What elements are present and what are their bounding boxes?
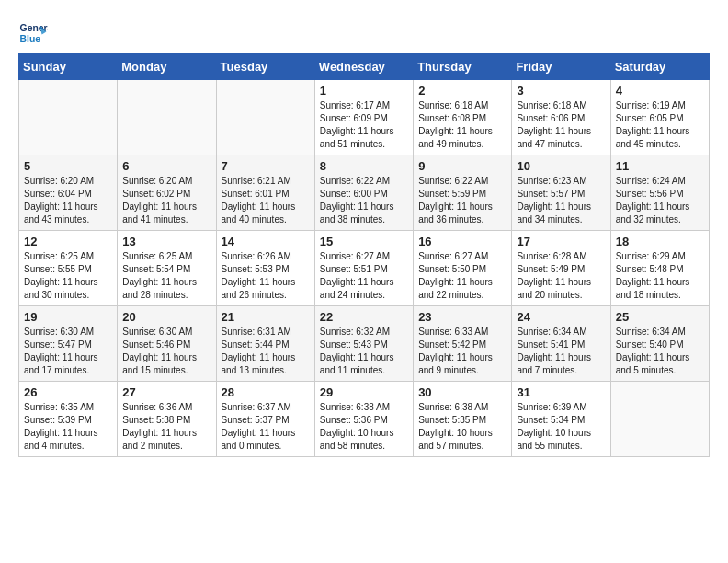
day-info: Sunrise: 6:18 AM Sunset: 6:06 PM Dayligh…	[517, 99, 605, 151]
calendar-week-row: 26Sunrise: 6:35 AM Sunset: 5:39 PM Dayli…	[19, 382, 710, 457]
day-info: Sunrise: 6:34 AM Sunset: 5:40 PM Dayligh…	[616, 326, 704, 377]
calendar-cell: 13Sunrise: 6:25 AM Sunset: 5:54 PM Dayli…	[118, 231, 216, 306]
calendar-cell	[610, 382, 709, 457]
weekday-header-cell: Friday	[512, 54, 610, 80]
day-number: 9	[418, 159, 506, 173]
day-info: Sunrise: 6:19 AM Sunset: 6:05 PM Dayligh…	[616, 99, 704, 151]
calendar-cell: 3Sunrise: 6:18 AM Sunset: 6:06 PM Daylig…	[512, 80, 610, 155]
weekday-header-cell: Wednesday	[314, 54, 413, 80]
calendar-cell: 17Sunrise: 6:28 AM Sunset: 5:49 PM Dayli…	[512, 231, 610, 306]
day-number: 28	[222, 385, 310, 399]
calendar-week-row: 5Sunrise: 6:20 AM Sunset: 6:04 PM Daylig…	[19, 155, 710, 231]
calendar-cell: 2Sunrise: 6:18 AM Sunset: 6:08 PM Daylig…	[414, 80, 512, 155]
day-number: 4	[616, 84, 704, 98]
calendar-week-row: 1Sunrise: 6:17 AM Sunset: 6:09 PM Daylig…	[19, 80, 710, 155]
day-number: 20	[122, 310, 210, 324]
page-container: General Blue SundayMondayTuesdayWednesda…	[0, 0, 728, 466]
calendar-cell	[19, 80, 118, 155]
day-info: Sunrise: 6:28 AM Sunset: 5:49 PM Dayligh…	[517, 250, 605, 302]
day-info: Sunrise: 6:27 AM Sunset: 5:51 PM Dayligh…	[320, 250, 408, 302]
day-info: Sunrise: 6:25 AM Sunset: 5:55 PM Dayligh…	[24, 250, 112, 302]
calendar-table: SundayMondayTuesdayWednesdayThursdayFrid…	[18, 53, 710, 457]
calendar-cell: 21Sunrise: 6:31 AM Sunset: 5:44 PM Dayli…	[216, 306, 314, 382]
calendar-cell: 14Sunrise: 6:26 AM Sunset: 5:53 PM Dayli…	[216, 231, 314, 306]
day-info: Sunrise: 6:26 AM Sunset: 5:53 PM Dayligh…	[222, 250, 310, 302]
day-number: 30	[418, 385, 506, 399]
day-info: Sunrise: 6:18 AM Sunset: 6:08 PM Dayligh…	[418, 99, 506, 151]
day-number: 16	[418, 235, 506, 248]
calendar-cell: 22Sunrise: 6:32 AM Sunset: 5:43 PM Dayli…	[314, 306, 413, 382]
weekday-header-cell: Sunday	[19, 54, 118, 80]
calendar-cell: 15Sunrise: 6:27 AM Sunset: 5:51 PM Dayli…	[314, 231, 413, 306]
calendar-cell: 4Sunrise: 6:19 AM Sunset: 6:05 PM Daylig…	[610, 80, 709, 155]
day-number: 8	[320, 159, 408, 173]
day-number: 21	[222, 310, 310, 324]
calendar-cell: 25Sunrise: 6:34 AM Sunset: 5:40 PM Dayli…	[610, 306, 709, 382]
day-number: 19	[24, 310, 112, 324]
day-info: Sunrise: 6:34 AM Sunset: 5:41 PM Dayligh…	[517, 326, 605, 377]
weekday-header-cell: Saturday	[610, 54, 709, 80]
logo-icon: General Blue	[18, 18, 48, 48]
calendar-cell: 20Sunrise: 6:30 AM Sunset: 5:46 PM Dayli…	[118, 306, 216, 382]
day-number: 15	[320, 235, 408, 248]
calendar-cell: 1Sunrise: 6:17 AM Sunset: 6:09 PM Daylig…	[314, 80, 413, 155]
weekday-header-row: SundayMondayTuesdayWednesdayThursdayFrid…	[19, 54, 710, 80]
logo: General Blue	[18, 18, 51, 48]
day-number: 29	[320, 385, 408, 399]
calendar-cell: 29Sunrise: 6:38 AM Sunset: 5:36 PM Dayli…	[314, 382, 413, 457]
day-number: 7	[222, 159, 310, 173]
calendar-cell: 26Sunrise: 6:35 AM Sunset: 5:39 PM Dayli…	[19, 382, 118, 457]
day-info: Sunrise: 6:21 AM Sunset: 6:01 PM Dayligh…	[222, 175, 310, 226]
day-number: 24	[517, 310, 605, 324]
day-info: Sunrise: 6:33 AM Sunset: 5:42 PM Dayligh…	[418, 326, 506, 377]
calendar-cell: 30Sunrise: 6:38 AM Sunset: 5:35 PM Dayli…	[414, 382, 512, 457]
day-info: Sunrise: 6:20 AM Sunset: 6:04 PM Dayligh…	[24, 175, 112, 226]
svg-text:Blue: Blue	[20, 34, 41, 44]
day-info: Sunrise: 6:22 AM Sunset: 6:00 PM Dayligh…	[320, 175, 408, 226]
day-number: 6	[122, 159, 210, 173]
calendar-cell	[118, 80, 216, 155]
calendar-cell: 9Sunrise: 6:22 AM Sunset: 5:59 PM Daylig…	[414, 155, 512, 231]
day-number: 25	[616, 310, 704, 324]
day-info: Sunrise: 6:29 AM Sunset: 5:48 PM Dayligh…	[616, 250, 704, 302]
day-number: 2	[418, 84, 506, 98]
day-number: 12	[24, 235, 112, 248]
day-number: 1	[320, 84, 408, 98]
day-info: Sunrise: 6:30 AM Sunset: 5:46 PM Dayligh…	[122, 326, 210, 377]
calendar-cell: 24Sunrise: 6:34 AM Sunset: 5:41 PM Dayli…	[512, 306, 610, 382]
day-info: Sunrise: 6:38 AM Sunset: 5:35 PM Dayligh…	[418, 401, 506, 453]
day-number: 18	[616, 235, 704, 248]
day-number: 22	[320, 310, 408, 324]
day-info: Sunrise: 6:32 AM Sunset: 5:43 PM Dayligh…	[320, 326, 408, 377]
day-info: Sunrise: 6:25 AM Sunset: 5:54 PM Dayligh…	[122, 250, 210, 302]
day-number: 17	[517, 235, 605, 248]
calendar-cell: 18Sunrise: 6:29 AM Sunset: 5:48 PM Dayli…	[610, 231, 709, 306]
day-number: 11	[616, 159, 704, 173]
weekday-header-cell: Tuesday	[216, 54, 314, 80]
day-info: Sunrise: 6:17 AM Sunset: 6:09 PM Dayligh…	[320, 99, 408, 151]
calendar-cell: 28Sunrise: 6:37 AM Sunset: 5:37 PM Dayli…	[216, 382, 314, 457]
day-info: Sunrise: 6:39 AM Sunset: 5:34 PM Dayligh…	[517, 401, 605, 453]
day-info: Sunrise: 6:23 AM Sunset: 5:57 PM Dayligh…	[517, 175, 605, 226]
calendar-cell	[216, 80, 314, 155]
day-info: Sunrise: 6:20 AM Sunset: 6:02 PM Dayligh…	[122, 175, 210, 226]
day-info: Sunrise: 6:22 AM Sunset: 5:59 PM Dayligh…	[418, 175, 506, 226]
calendar-cell: 5Sunrise: 6:20 AM Sunset: 6:04 PM Daylig…	[19, 155, 118, 231]
calendar-cell: 10Sunrise: 6:23 AM Sunset: 5:57 PM Dayli…	[512, 155, 610, 231]
header: General Blue	[18, 18, 710, 48]
day-number: 5	[24, 159, 112, 173]
day-number: 3	[517, 84, 605, 98]
calendar-cell: 23Sunrise: 6:33 AM Sunset: 5:42 PM Dayli…	[414, 306, 512, 382]
calendar-cell: 6Sunrise: 6:20 AM Sunset: 6:02 PM Daylig…	[118, 155, 216, 231]
day-number: 23	[418, 310, 506, 324]
calendar-cell: 19Sunrise: 6:30 AM Sunset: 5:47 PM Dayli…	[19, 306, 118, 382]
day-number: 26	[24, 385, 112, 399]
day-info: Sunrise: 6:37 AM Sunset: 5:37 PM Dayligh…	[222, 401, 310, 453]
day-number: 31	[517, 385, 605, 399]
weekday-header-cell: Monday	[118, 54, 216, 80]
day-info: Sunrise: 6:24 AM Sunset: 5:56 PM Dayligh…	[616, 175, 704, 226]
calendar-cell: 11Sunrise: 6:24 AM Sunset: 5:56 PM Dayli…	[610, 155, 709, 231]
day-info: Sunrise: 6:35 AM Sunset: 5:39 PM Dayligh…	[24, 401, 112, 453]
day-number: 10	[517, 159, 605, 173]
calendar-cell: 8Sunrise: 6:22 AM Sunset: 6:00 PM Daylig…	[314, 155, 413, 231]
